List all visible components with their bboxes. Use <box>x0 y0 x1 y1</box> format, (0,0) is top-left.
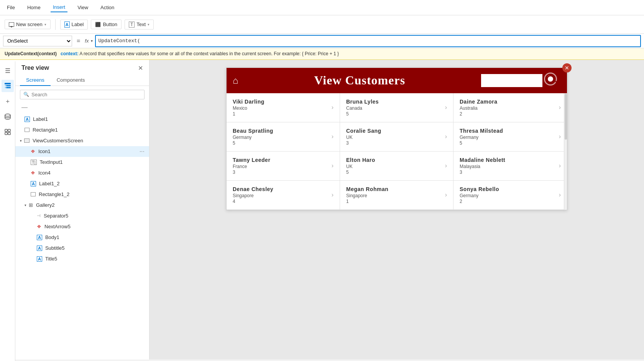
separator-icon: ⊣ <box>37 213 41 218</box>
customer-cell[interactable]: Madaline Neblett Malayasia 3 › <box>453 152 567 181</box>
tree-item-icon4[interactable]: ❖ Icon4 <box>15 168 149 178</box>
tab-components[interactable]: Components <box>51 75 91 86</box>
preview-scrollbar[interactable] <box>564 93 567 210</box>
tree-item-subtitle5[interactable]: A Subtitle5 <box>15 243 149 254</box>
sidebar-icon-add[interactable]: ＋ <box>2 95 14 107</box>
customer-cell[interactable]: Daine Zamora Australia 2 › <box>453 93 567 122</box>
property-selector[interactable]: OnSelect <box>3 36 72 46</box>
tooltip-description: A record that specifies new values for s… <box>79 51 339 56</box>
sidebar-icon-data[interactable] <box>2 110 14 123</box>
new-screen-button[interactable]: New screen ▾ <box>5 20 51 29</box>
text-label: Text <box>136 21 146 27</box>
customer-cell[interactable]: Sonya Rebello Germany 2 › <box>453 181 567 210</box>
customer-country: Singapore <box>346 193 445 198</box>
tree-item-icon1[interactable]: ❖ Icon1 ··· <box>15 146 149 157</box>
menu-bar: File Home Insert View Action <box>0 0 644 15</box>
chevron-right-icon: › <box>332 162 334 169</box>
customer-info: Megan Rohman Singapore 1 <box>346 186 445 204</box>
chevron-right-icon: › <box>332 133 334 140</box>
tab-screens[interactable]: Screens <box>20 75 51 86</box>
customer-info: Denae Chesley Singapore 4 <box>233 186 332 204</box>
menu-insert[interactable]: Insert <box>51 3 68 12</box>
customer-info: Madaline Neblett Malayasia 3 <box>460 157 559 175</box>
sidebar-icon-menu[interactable]: ☰ <box>2 64 14 77</box>
svg-rect-2 <box>6 87 11 88</box>
customer-name: Madaline Neblett <box>460 157 559 163</box>
scroll-thumb <box>565 94 567 140</box>
fx-label: fx <box>85 38 89 44</box>
customer-name: Thresa Milstead <box>460 128 559 134</box>
menu-view[interactable]: View <box>75 3 90 12</box>
chevron-right-icon: › <box>559 162 561 169</box>
icon4-type-icon: ❖ <box>31 170 35 176</box>
customer-cell[interactable]: Bruna Lyles Canada 5 › <box>340 93 453 122</box>
customer-cell[interactable]: Beau Spratling Germany 5 › <box>227 122 340 152</box>
tree-item-nextarrow5[interactable]: ❖ NextArrow5 <box>15 221 149 232</box>
icon1-more-button[interactable]: ··· <box>140 148 145 155</box>
customer-grid: Viki Darling Mexico 1 › Bruna Lyles Cana… <box>227 93 567 210</box>
customer-info: Coralie Sang UK 3 <box>346 128 445 146</box>
customer-info: Thresa Milstead Germany 5 <box>460 128 559 146</box>
formula-chevron[interactable]: ▾ <box>91 39 93 43</box>
tooltip-full-formula: UpdateContext(context) <box>5 51 57 56</box>
tree-item-gallery2[interactable]: ▾ ⊞ Gallery2 <box>15 200 149 211</box>
menu-file[interactable]: File <box>5 3 17 12</box>
chevron-right-icon: › <box>445 162 447 169</box>
menu-action[interactable]: Action <box>98 3 117 12</box>
customer-name: Tawny Leeder <box>233 157 332 163</box>
button-button[interactable]: ⬛ Button <box>91 20 122 29</box>
new-screen-icon <box>9 22 14 27</box>
tree-label-icon1: Icon1 <box>38 148 138 154</box>
sidebar-icon-components[interactable] <box>2 126 14 138</box>
tree-item-title5[interactable]: A Title5 <box>15 254 149 264</box>
formula-input[interactable] <box>98 38 638 44</box>
tree-item-body1[interactable]: A Body1 <box>15 232 149 243</box>
customer-cell[interactable]: Tawny Leeder France 3 › <box>227 152 340 181</box>
customer-cell[interactable]: Thresa Milstead Germany 5 › <box>453 122 567 152</box>
tree-label-body1: Body1 <box>45 234 145 240</box>
chevron-right-icon: › <box>559 104 561 111</box>
label-button[interactable]: A Label <box>60 20 88 30</box>
customer-country: Australia <box>460 105 559 111</box>
new-screen-chevron[interactable]: ▾ <box>44 23 46 26</box>
menu-home[interactable]: Home <box>25 3 43 12</box>
rect1-2-icon <box>31 192 36 196</box>
customer-country: France <box>233 164 332 169</box>
customer-number: 1 <box>233 111 332 117</box>
customer-name: Bruna Lyles <box>346 99 445 105</box>
customer-name: Sonya Rebello <box>460 186 559 192</box>
customer-name: Denae Chesley <box>233 186 332 192</box>
textinput-icon: T| <box>31 160 37 165</box>
svg-rect-8 <box>5 132 7 135</box>
text-chevron[interactable]: ▾ <box>148 23 150 26</box>
search-input[interactable] <box>31 92 141 97</box>
customer-cell[interactable]: Viki Darling Mexico 1 › <box>227 93 340 122</box>
tree-item-viewcustomers[interactable]: ▾ ViewCustomersScreen <box>15 135 149 146</box>
customer-number: 3 <box>460 170 559 175</box>
sidebar-icon-tree[interactable] <box>2 80 14 92</box>
customer-cell[interactable]: Coralie Sang UK 3 › <box>340 122 453 152</box>
customer-country: Germany <box>233 135 332 140</box>
tree-item-label1[interactable]: A Label1 <box>15 114 149 125</box>
customer-country: Germany <box>460 135 559 140</box>
customer-cell[interactable]: Denae Chesley Singapore 4 › <box>227 181 340 210</box>
tree-item-rect1[interactable]: Rectangle1 <box>15 125 149 135</box>
close-button[interactable]: ✕ <box>138 64 143 72</box>
customer-name: Elton Haro <box>346 157 445 163</box>
tree-item-separator5[interactable]: ⊣ Separator5 <box>15 211 149 221</box>
tree-item-label1-2[interactable]: A Label1_2 <box>15 178 149 189</box>
chevron-right-icon: › <box>445 133 447 140</box>
text-button[interactable]: T Text ▾ <box>125 20 154 30</box>
customer-cell[interactable]: Megan Rohman Singapore 1 › <box>340 181 453 210</box>
tree-item-rect1-2[interactable]: Rectangle1_2 <box>15 189 149 200</box>
toolbar: New screen ▾ A Label ⬛ Button T Text ▾ <box>0 15 644 34</box>
preview-close-button[interactable]: ✕ <box>562 63 572 73</box>
home-icon[interactable]: ⌂ <box>233 75 238 86</box>
tree-title: Tree view <box>21 64 49 71</box>
customer-country: Mexico <box>233 105 332 111</box>
search-icon-decoration <box>544 72 562 89</box>
customer-cell[interactable]: Elton Haro UK 5 › <box>340 152 453 181</box>
tree-item-textinput1[interactable]: T| TextInput1 <box>15 157 149 168</box>
collapse-all[interactable]: — <box>15 103 149 112</box>
header-search-input[interactable] <box>481 74 542 87</box>
